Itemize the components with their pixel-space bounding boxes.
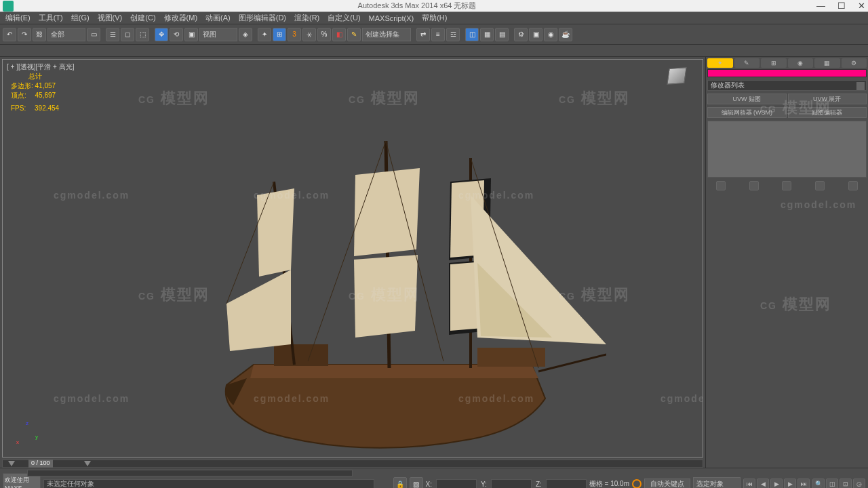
y-input[interactable] xyxy=(491,479,532,488)
percent-snap-button[interactable]: ⚹ xyxy=(302,28,316,41)
redo-button[interactable]: ↷ xyxy=(18,28,31,41)
axis-gizmo: zyx xyxy=(16,420,43,447)
goto-start-button[interactable]: ⏮ xyxy=(743,479,755,488)
fov-button[interactable]: ◶ xyxy=(853,479,865,488)
select-rotate-button[interactable]: ⟲ xyxy=(170,28,183,41)
zoom-button[interactable]: 🔍 xyxy=(812,479,825,488)
maximize-button[interactable]: ☐ xyxy=(837,1,846,11)
menu-maxscript[interactable]: MAXScript(X) xyxy=(366,14,417,22)
poly-value: 41,057 xyxy=(35,82,56,89)
link-button[interactable]: ⛓ xyxy=(33,28,46,41)
next-frame-button[interactable]: ▶ xyxy=(784,479,796,488)
modifier-stack[interactable] xyxy=(707,121,867,178)
select-by-name-button[interactable]: ☰ xyxy=(106,28,119,41)
motion-tab[interactable]: ◉ xyxy=(788,58,814,68)
vert-label: 顶点: xyxy=(11,92,26,99)
play-button[interactable]: ▶ xyxy=(770,479,783,488)
menu-customize[interactable]: 自定义(U) xyxy=(325,13,363,23)
ship-model[interactable] xyxy=(186,127,606,458)
menu-views[interactable]: 视图(V) xyxy=(95,13,125,23)
zoom-all-button[interactable]: ◫ xyxy=(826,479,838,488)
timeline-marker[interactable]: 0 / 100 xyxy=(28,460,53,468)
absolute-mode-button[interactable]: ▧ xyxy=(410,477,423,488)
render-production-button[interactable]: ◉ xyxy=(544,28,557,41)
render-frame-button[interactable]: ▣ xyxy=(529,28,542,41)
goto-end-button[interactable]: ⏭ xyxy=(797,479,810,488)
align-button[interactable]: ≡ xyxy=(431,28,445,41)
dropdown-arrow-icon xyxy=(856,82,865,90)
zoom-extents-button[interactable]: ⊡ xyxy=(840,479,852,488)
window-crossing-button[interactable]: ⬚ xyxy=(136,28,149,41)
hierarchy-tab[interactable]: ⊞ xyxy=(761,58,787,68)
lock-selection-button[interactable]: 🔒 xyxy=(393,477,407,488)
key-mode-icon[interactable] xyxy=(632,479,642,488)
utilities-tab[interactable]: ⚙ xyxy=(842,58,867,68)
modifier-list-dropdown[interactable]: 修改器列表 xyxy=(707,80,867,91)
x-input[interactable] xyxy=(436,479,477,488)
minimize-button[interactable]: — xyxy=(816,1,825,11)
z-input[interactable] xyxy=(546,479,587,488)
menu-group[interactable]: 组(G) xyxy=(68,13,92,23)
named-selection-dropdown[interactable]: 创建选择集 xyxy=(362,28,411,41)
uvw-unwrap-button[interactable]: UVW 展开 xyxy=(788,94,867,104)
menu-render[interactable]: 渲染(R) xyxy=(292,13,322,23)
grid-label: 栅格 = 10.0m xyxy=(589,479,629,488)
create-tab[interactable]: ✦ xyxy=(707,58,733,68)
show-end-button[interactable] xyxy=(749,181,759,190)
schematic-button[interactable]: ▦ xyxy=(480,28,494,41)
app-icon xyxy=(3,1,14,12)
menu-animation[interactable]: 动画(A) xyxy=(203,13,233,23)
remove-mod-button[interactable] xyxy=(815,181,825,190)
angle-snap-button[interactable]: 3 xyxy=(288,28,301,41)
selection-status: 未选定任何对象 xyxy=(43,479,374,488)
render-setup-button[interactable]: ⚙ xyxy=(514,28,528,41)
modify-tab[interactable]: ✎ xyxy=(734,58,760,68)
command-panel: ✦ ✎ ⊞ ◉ ▦ ⚙ 修改器列表 UVW 贴图 UVW 展开 编辑网格器 (W… xyxy=(705,57,868,468)
viewport-label[interactable]: [ + ][透视][平滑 + 高光] xyxy=(7,62,74,72)
map-editor-button[interactable]: 贴图编辑器 xyxy=(788,107,867,118)
make-unique-button[interactable] xyxy=(782,181,791,190)
track-bar[interactable] xyxy=(27,470,353,476)
object-color-swatch[interactable] xyxy=(707,69,867,77)
configure-button[interactable] xyxy=(848,181,858,190)
uvw-map-button[interactable]: UVW 贴图 xyxy=(707,94,787,104)
layers-button[interactable]: ☲ xyxy=(446,28,460,41)
menu-help[interactable]: 帮助(H) xyxy=(419,13,450,23)
selection-lock-dropdown[interactable]: 选定对象 xyxy=(693,477,741,488)
curve-editor-button[interactable]: ◫ xyxy=(465,28,479,41)
menu-edit[interactable]: 编辑(E) xyxy=(3,13,33,23)
manipulate-button[interactable]: ✦ xyxy=(258,28,271,41)
menu-modifiers[interactable]: 修改器(M) xyxy=(161,13,201,23)
prev-frame-button[interactable]: ◀ xyxy=(757,479,769,488)
viewport-area: [ + ][透视][平滑 + 高光] 总计 多边形: 41,057 顶点: 45… xyxy=(0,57,705,468)
select-move-button[interactable]: ✥ xyxy=(155,28,168,41)
timeline-slider[interactable]: 0 / 100 xyxy=(2,460,703,468)
spinner-snap-button[interactable]: % xyxy=(317,28,331,41)
welcome-label: 欢迎使用 MAXS xyxy=(5,476,39,488)
menu-create[interactable]: 创建(C) xyxy=(127,13,158,23)
quick-render-button[interactable]: ☕ xyxy=(559,28,572,41)
watermark: 模型网 xyxy=(783,296,831,312)
snap-toggle-button[interactable]: ⊞ xyxy=(273,28,286,41)
brush-button[interactable]: ✎ xyxy=(347,28,361,41)
mesh-edit-wsm-button[interactable]: 编辑网格器 (WSM) xyxy=(707,107,787,118)
undo-button[interactable]: ↶ xyxy=(3,28,16,41)
menu-graph[interactable]: 图形编辑器(D) xyxy=(236,13,289,23)
ref-coord-dropdown[interactable]: 视图 xyxy=(199,28,237,41)
viewport-nav: 🔍 ◫ ⊡ ◶ xyxy=(812,479,865,488)
material-button[interactable]: ▤ xyxy=(495,28,509,41)
pin-stack-button[interactable] xyxy=(716,181,726,190)
edit-sel-button[interactable]: ◧ xyxy=(332,28,346,41)
menu-tools[interactable]: 工具(T) xyxy=(36,13,66,23)
perspective-viewport[interactable]: [ + ][透视][平滑 + 高光] 总计 多边形: 41,057 顶点: 45… xyxy=(2,59,703,458)
viewcube[interactable] xyxy=(663,68,690,92)
select-scale-button[interactable]: ▣ xyxy=(184,28,198,41)
selection-filter-dropdown[interactable]: 全部 xyxy=(47,28,85,41)
rect-region-button[interactable]: ◻ xyxy=(121,28,134,41)
mirror-button[interactable]: ⇄ xyxy=(416,28,430,41)
autokey-button[interactable]: 自动关键点 xyxy=(644,479,690,488)
close-button[interactable]: ✕ xyxy=(858,1,865,11)
pivot-button[interactable]: ◈ xyxy=(239,28,252,41)
select-object-button[interactable]: ▭ xyxy=(87,28,100,41)
display-tab[interactable]: ▦ xyxy=(814,58,840,68)
